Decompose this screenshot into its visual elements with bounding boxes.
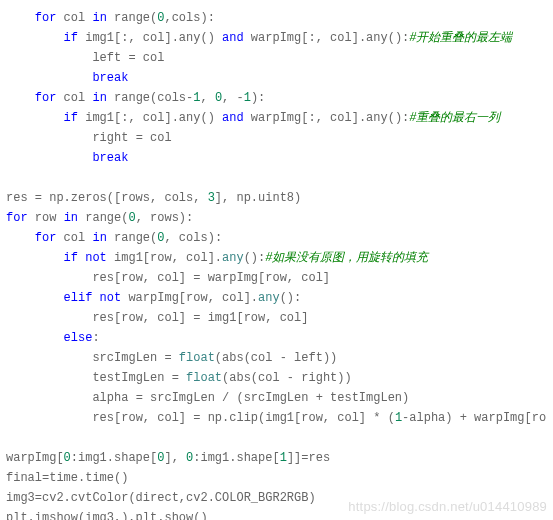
code-token: img1[row, col]. xyxy=(107,251,222,265)
code-token: ], np.uint8) xyxy=(215,191,301,205)
code-token: any xyxy=(222,251,244,265)
code-token: range(cols- xyxy=(107,91,193,105)
code-line: img3=cv2.cvtColor(direct,cv2.COLOR_BGR2R… xyxy=(6,488,547,508)
code-token: right = col xyxy=(92,131,171,145)
code-token: #如果没有原图，用旋转的填充 xyxy=(265,251,428,265)
code-token: if xyxy=(64,31,78,45)
code-token: for xyxy=(6,211,28,225)
code-token: break xyxy=(92,151,128,165)
code-line: res[row, col] = img1[row, col] xyxy=(6,308,547,328)
code-token xyxy=(6,171,13,185)
code-token: break xyxy=(92,71,128,85)
code-token: res[row, col] = img1[row, col] xyxy=(92,311,308,325)
code-token: ,cols): xyxy=(164,11,214,25)
code-token: col xyxy=(56,231,92,245)
code-token: float xyxy=(179,351,215,365)
code-line xyxy=(6,168,547,188)
code-token: warpImg[row, col]. xyxy=(121,291,258,305)
code-token: range( xyxy=(107,231,157,245)
code-token: in xyxy=(92,11,106,25)
code-token: else xyxy=(64,331,93,345)
code-line: if not img1[row, col].any():#如果没有原图，用旋转的… xyxy=(6,248,547,268)
code-token: left = col xyxy=(92,51,164,65)
code-line: warpImg[0:img1.shape[0], 0:img1.shape[1]… xyxy=(6,448,547,468)
code-token: srcImgLen = xyxy=(92,351,178,365)
code-line: for col in range(0, cols): xyxy=(6,228,547,248)
code-line: right = col xyxy=(6,128,547,148)
code-token: elif not xyxy=(64,291,122,305)
code-token: 0 xyxy=(64,451,71,465)
code-token: if xyxy=(64,111,78,125)
code-line: res[row, col] = warpImg[row, col] xyxy=(6,268,547,288)
code-token: for xyxy=(35,11,57,25)
code-line: for col in range(0,cols): xyxy=(6,8,547,28)
code-token: (abs(col - left)) xyxy=(215,351,337,365)
code-line: testImgLen = float(abs(col - right)) xyxy=(6,368,547,388)
code-token: :img1.shape[ xyxy=(193,451,279,465)
code-token: warpImg[:, col].any(): xyxy=(244,111,410,125)
code-token: ], xyxy=(164,451,186,465)
code-token: if not xyxy=(64,251,107,265)
code-block: for col in range(0,cols): if img1[:, col… xyxy=(0,0,553,520)
code-line: break xyxy=(6,68,547,88)
code-token: in xyxy=(64,211,78,225)
code-token: col xyxy=(56,11,92,25)
code-token: 1 xyxy=(280,451,287,465)
code-line xyxy=(6,428,547,448)
code-token: , xyxy=(200,91,214,105)
code-token: (): xyxy=(244,251,266,265)
code-token: , rows): xyxy=(136,211,194,225)
code-token: img3=cv2.cvtColor(direct,cv2.COLOR_BGR2R… xyxy=(6,491,316,505)
code-token: range( xyxy=(107,11,157,25)
code-token: (abs(col - right)) xyxy=(222,371,352,385)
code-token: col xyxy=(56,91,92,105)
code-token: warpImg[ xyxy=(6,451,64,465)
code-token: range( xyxy=(78,211,128,225)
code-line: if img1[:, col].any() and warpImg[:, col… xyxy=(6,108,547,128)
code-token: (): xyxy=(280,291,302,305)
code-token: final=time.time() xyxy=(6,471,128,485)
code-token: #重叠的最右一列 xyxy=(409,111,500,125)
code-token: , - xyxy=(222,91,244,105)
code-token: for xyxy=(35,231,57,245)
code-line: else: xyxy=(6,328,547,348)
code-line: plt.imshow(img3,),plt.show() xyxy=(6,508,547,520)
code-token: 1 xyxy=(244,91,251,105)
code-token: 0 xyxy=(215,91,222,105)
code-line: for col in range(cols-1, 0, -1): xyxy=(6,88,547,108)
code-token: : xyxy=(92,331,99,345)
code-token: testImgLen = xyxy=(92,371,186,385)
code-token: , cols): xyxy=(164,231,222,245)
code-token: img1[:, col].any() xyxy=(78,31,222,45)
code-token: :img1.shape[ xyxy=(71,451,157,465)
code-token: img1[:, col].any() xyxy=(78,111,222,125)
code-token: in xyxy=(92,231,106,245)
code-line: res = np.zeros([rows, cols, 3], np.uint8… xyxy=(6,188,547,208)
code-token: alpha = srcImgLen / (srcImgLen + testImg… xyxy=(92,391,409,405)
code-line: if img1[:, col].any() and warpImg[:, col… xyxy=(6,28,547,48)
code-token: float xyxy=(186,371,222,385)
code-line: final=time.time() xyxy=(6,468,547,488)
code-token: any xyxy=(258,291,280,305)
code-token: res = np.zeros([rows, cols, xyxy=(6,191,208,205)
code-token: warpImg[:, col].any(): xyxy=(244,31,410,45)
code-token: ): xyxy=(251,91,265,105)
code-token: plt.imshow(img3,),plt.show() xyxy=(6,511,208,520)
code-token: and xyxy=(222,111,244,125)
code-line: srcImgLen = float(abs(col - left)) xyxy=(6,348,547,368)
code-line: left = col xyxy=(6,48,547,68)
code-token: row xyxy=(28,211,64,225)
code-line: res[row, col] = np.clip(img1[row, col] *… xyxy=(6,408,547,428)
code-token: and xyxy=(222,31,244,45)
code-token: 0 xyxy=(128,211,135,225)
code-token xyxy=(6,431,13,445)
code-token: 3 xyxy=(208,191,215,205)
code-token: for xyxy=(35,91,57,105)
code-token: res[row, col] = warpImg[row, col] xyxy=(92,271,330,285)
code-token: in xyxy=(92,91,106,105)
code-token: #开始重叠的最左端 xyxy=(409,31,512,45)
code-line: for row in range(0, rows): xyxy=(6,208,547,228)
code-line: alpha = srcImgLen / (srcImgLen + testImg… xyxy=(6,388,547,408)
code-token: ]]=res xyxy=(287,451,330,465)
code-token: res[row, col] = np.clip(img1[row, col] *… xyxy=(92,411,394,425)
